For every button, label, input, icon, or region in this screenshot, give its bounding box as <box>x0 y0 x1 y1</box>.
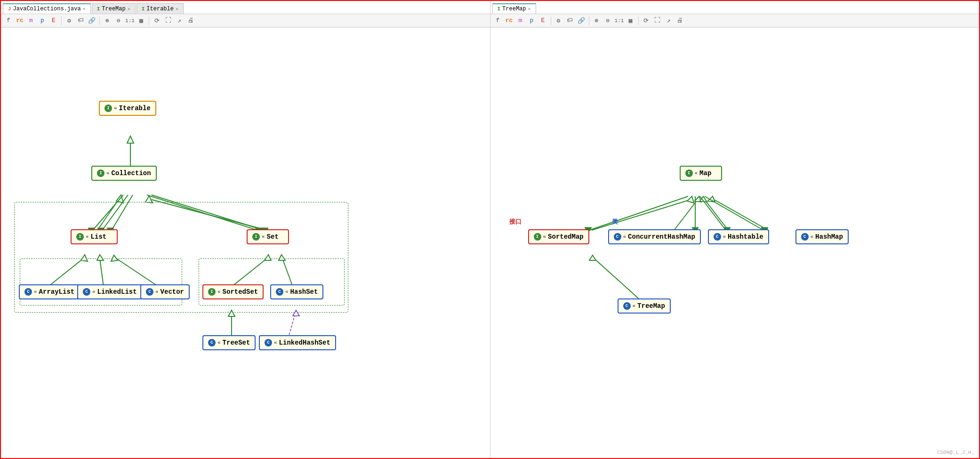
svg-line-46 <box>589 196 688 230</box>
tab-label: Iterable <box>146 6 174 12</box>
svg-line-34 <box>705 200 728 230</box>
toolbar-m-btn[interactable]: m <box>26 16 36 25</box>
node-hashset[interactable]: C « HashSet <box>270 284 323 299</box>
toolbar-e-btn[interactable]: E <box>538 16 548 25</box>
tab-close-icon[interactable]: ✕ <box>528 6 531 12</box>
toolbar-m-btn[interactable]: m <box>516 16 525 25</box>
node-stereotype: « <box>543 234 546 240</box>
svg-marker-11 <box>111 255 118 261</box>
toolbar-zoomin-btn[interactable]: ⊕ <box>592 16 602 25</box>
svg-marker-5 <box>145 196 153 203</box>
node-arraylist[interactable]: C « ArrayList <box>19 284 80 299</box>
toolbar-zoomin-btn[interactable]: ⊕ <box>103 16 112 25</box>
tab-treemap-left[interactable]: I TreeMap ✕ <box>92 3 136 14</box>
toolbar-refresh-btn[interactable]: ⟳ <box>642 16 651 25</box>
tab-iterable[interactable]: I Iterable ✕ <box>137 3 184 14</box>
node-hashtable[interactable]: C « Hashtable <box>708 229 769 244</box>
class-icon: C <box>265 339 272 346</box>
tab-close-icon[interactable]: ✕ <box>128 6 130 12</box>
node-set[interactable]: I « Set <box>247 229 289 244</box>
toolbar-p-btn[interactable]: p <box>38 16 47 25</box>
toolbar-f-btn[interactable]: f <box>4 16 13 25</box>
separator <box>589 16 589 25</box>
node-stereotype: « <box>633 303 636 309</box>
node-stereotype: « <box>695 170 698 176</box>
toolbar-tag-btn[interactable]: 🏷 <box>76 16 85 25</box>
node-iterable[interactable]: I « Iterable <box>99 101 156 116</box>
java-icon: J <box>8 6 11 12</box>
watermark: CSDN@_L_J_H_ <box>937 450 974 455</box>
class-icon: C <box>208 339 216 346</box>
svg-line-38 <box>594 258 641 301</box>
node-label: Vector <box>161 288 184 296</box>
toolbar-fit-btn[interactable]: ⛶ <box>163 16 173 25</box>
tab-treemap-right[interactable]: I TreeMap ✕ <box>492 3 536 14</box>
toolbar-print-btn[interactable]: 🖨 <box>186 16 195 25</box>
node-vector[interactable]: C « Vector <box>140 284 190 299</box>
node-stereotype: « <box>285 289 289 295</box>
toolbar-p-btn[interactable]: p <box>527 16 537 25</box>
node-label: SortedMap <box>548 233 584 241</box>
toolbar-zoomout-btn[interactable]: ⊖ <box>114 16 123 25</box>
svg-marker-3 <box>116 195 123 203</box>
toolbar-grid-btn[interactable]: ▦ <box>137 16 146 25</box>
interface-icon: I <box>76 233 84 241</box>
toolbar-export-btn[interactable]: ↗ <box>664 16 674 25</box>
node-treeset[interactable]: C « TreeSet <box>202 335 256 350</box>
toolbar-e-btn[interactable]: E <box>49 16 58 25</box>
toolbar-filter-btn[interactable]: ⚙ <box>64 16 74 25</box>
toolbar-11-btn[interactable]: 1:1 <box>615 16 624 25</box>
toolbar-rc-btn[interactable]: rc <box>505 16 514 25</box>
node-collection[interactable]: I « Collection <box>91 166 157 181</box>
toolbar-export-btn[interactable]: ↗ <box>175 16 184 25</box>
interface-icon: I <box>252 233 260 241</box>
interface-icon: I <box>97 169 104 177</box>
svg-line-44 <box>705 196 763 230</box>
node-stereotype: « <box>274 340 277 346</box>
interface-icon: I <box>685 169 693 177</box>
toolbar-zoomout-btn[interactable]: ⊖ <box>603 16 613 25</box>
node-list[interactable]: I « List <box>71 229 118 244</box>
node-label: Hashtable <box>728 233 763 241</box>
tab-close-icon[interactable]: ✕ <box>176 6 178 12</box>
toolbar-print-btn[interactable]: 🖨 <box>675 16 685 25</box>
svg-marker-31 <box>687 196 694 203</box>
tab-java-collections[interactable]: J JavaCollections.java ✕ <box>3 3 91 14</box>
toolbar-rc-btn[interactable]: rc <box>15 16 24 25</box>
node-stereotype: « <box>34 289 37 295</box>
class-icon: C <box>83 288 90 296</box>
node-sortedmap[interactable]: I « SortedMap <box>528 229 589 244</box>
node-stereotype: « <box>623 234 627 240</box>
svg-marker-33 <box>695 196 701 202</box>
svg-marker-7 <box>81 255 88 261</box>
separator <box>149 16 149 25</box>
left-diagram-panel: I « Iterable I « Collection I « List I «… <box>1 28 490 458</box>
node-stereotype: « <box>92 289 96 295</box>
node-label: HashSet <box>290 288 318 296</box>
toolbar-grid-btn[interactable]: ▦ <box>626 16 635 25</box>
toolbar-link-btn[interactable]: 🔗 <box>87 16 96 25</box>
node-map[interactable]: I « Map <box>680 166 722 181</box>
node-treemap[interactable]: C « TreeMap <box>618 298 671 314</box>
toolbar-tag-btn[interactable]: 🏷 <box>565 16 575 25</box>
svg-line-20 <box>93 195 123 230</box>
toolbar-f-btn[interactable]: f <box>493 16 503 25</box>
toolbar-refresh-btn[interactable]: ⟳ <box>152 16 161 25</box>
toolbar-link-btn[interactable]: 🔗 <box>577 16 586 25</box>
interface-icon: I <box>104 105 112 112</box>
tab-close-icon[interactable]: ✕ <box>83 6 86 12</box>
node-concurrenthashmap[interactable]: C « ConcurrentHashMap <box>608 229 701 244</box>
separator <box>99 16 100 25</box>
node-linkedlist[interactable]: C « LinkedList <box>77 284 143 299</box>
toolbar-fit-btn[interactable]: ⛶ <box>653 16 662 25</box>
svg-line-26 <box>147 195 257 230</box>
node-linkedhashset[interactable]: C « LinkedHashSet <box>259 335 336 350</box>
separator <box>638 16 639 25</box>
svg-line-12 <box>232 258 267 287</box>
node-sortedset[interactable]: I « SortedSet <box>202 284 264 299</box>
svg-marker-17 <box>228 310 235 316</box>
toolbar-11-btn[interactable]: 1:1 <box>125 16 135 25</box>
toolbar-filter-btn[interactable]: ⚙ <box>554 16 563 25</box>
node-hashmap[interactable]: C « HashMap <box>795 229 849 244</box>
node-label: LinkedHashSet <box>279 339 330 346</box>
